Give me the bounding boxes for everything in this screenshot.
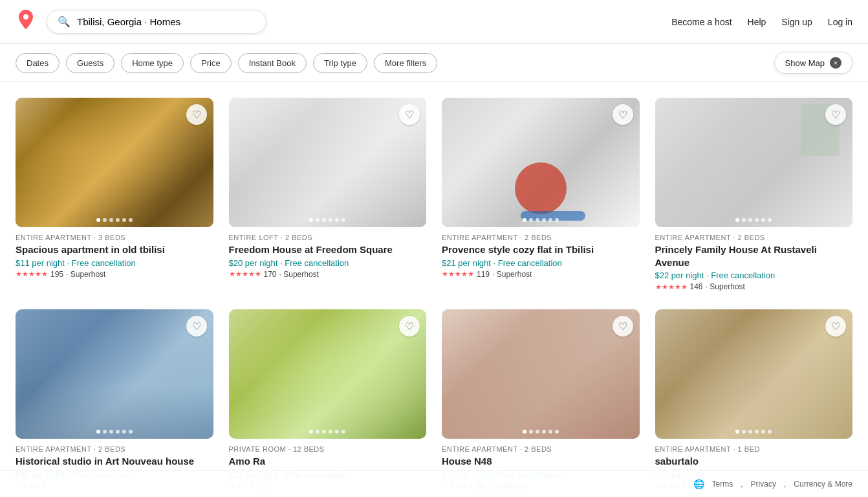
filter-trip-type[interactable]: Trip type	[313, 53, 367, 73]
listing-image: ♡	[442, 98, 640, 227]
close-map-icon[interactable]: ×	[830, 57, 841, 69]
listing-image: ♡	[229, 309, 427, 439]
show-map-button[interactable]: Show Map ×	[774, 52, 852, 74]
header-left: 🔍	[16, 9, 266, 34]
favorite-button[interactable]: ♡	[186, 104, 207, 125]
stars-icon: ★★★★★	[16, 270, 48, 278]
listing-image: ♡	[229, 98, 427, 227]
listing-card[interactable]: ♡ ENTIRE APARTMENT · 2 BEDS House N48 $1…	[442, 309, 640, 493]
show-map-label: Show Map	[785, 58, 825, 68]
filter-instant-book[interactable]: Instant Book	[238, 53, 307, 73]
footer-separator: ,	[784, 480, 786, 489]
listing-rating: ★★★★★ 119 · Superhost	[442, 270, 640, 279]
help-link[interactable]: Help	[748, 17, 766, 27]
privacy-link[interactable]: Privacy	[751, 480, 776, 489]
listing-info: ENTIRE APARTMENT · 2 BEDS Provence style…	[442, 227, 640, 282]
header-nav: Become a host Help Sign up Log in	[671, 17, 852, 27]
superhost-badge: · Superhost	[706, 282, 745, 291]
listing-card[interactable]: ♡ ENTIRE APARTMENT · 2 BEDS Provence sty…	[442, 98, 640, 294]
listing-type: PRIVATE ROOM · 12 BEDS	[229, 445, 427, 453]
listing-image: ♡	[655, 309, 853, 439]
stars-icon: ★★★★★	[229, 270, 261, 278]
footer-bar: 🌐 Terms , Privacy , Currency & More	[0, 470, 868, 497]
rating-count: 146	[690, 282, 703, 291]
listing-rating: ★★★★★ 146 · Superhost	[655, 282, 853, 291]
listing-title: Amo Ra	[229, 455, 427, 468]
favorite-button[interactable]: ♡	[399, 104, 420, 125]
listing-card[interactable]: ♡ ENTIRE APARTMENT · 3 BEDS Spacious apa…	[16, 98, 213, 294]
rating-count: 170	[264, 270, 277, 279]
superhost-badge: · Superhost	[492, 270, 532, 279]
image-dots	[735, 430, 772, 434]
listing-image: ♡	[16, 309, 213, 439]
search-icon: 🔍	[58, 16, 71, 28]
listing-title: Freedom House at Freedom Square	[229, 243, 427, 256]
listing-price: $20 per night · Free cancellation	[229, 258, 427, 268]
listing-card[interactable]: ♡ ENTIRE APARTMENT · 1 BED saburtalo $15…	[655, 309, 853, 493]
listing-card[interactable]: ♡ ENTIRE LOFT · 2 BEDS Freedom House at …	[229, 98, 427, 294]
image-dots	[96, 218, 133, 222]
filter-bar: Dates Guests Home type Price Instant Boo…	[0, 44, 868, 82]
listing-title: House N48	[442, 455, 640, 468]
footer-separator: ,	[741, 480, 743, 489]
signup-link[interactable]: Sign up	[781, 17, 812, 27]
image-dots	[309, 218, 345, 222]
filter-price[interactable]: Price	[190, 53, 232, 73]
listing-card[interactable]: ♡ ENTIRE APARTMENT · 2 BEDS Princely Fam…	[655, 98, 853, 294]
listing-type: ENTIRE APARTMENT · 2 BEDS	[442, 234, 640, 241]
filter-more[interactable]: More filters	[374, 53, 437, 73]
favorite-button[interactable]: ♡	[825, 104, 846, 125]
stars-icon: ★★★★★	[655, 283, 688, 291]
airbnb-logo[interactable]	[16, 9, 36, 34]
listing-info: ENTIRE LOFT · 2 BEDS Freedom House at Fr…	[229, 227, 427, 282]
listing-rating: ★★★★★ 195 · Superhost	[16, 270, 213, 279]
image-dots	[523, 430, 559, 434]
favorite-button[interactable]: ♡	[613, 316, 633, 337]
stars-icon: ★★★★★	[442, 270, 474, 278]
search-bar[interactable]: 🔍	[47, 10, 266, 34]
listing-type: ENTIRE APARTMENT · 3 BEDS	[16, 234, 213, 241]
favorite-button[interactable]: ♡	[825, 316, 846, 337]
favorite-button[interactable]: ♡	[186, 316, 207, 337]
favorite-button[interactable]: ♡	[399, 316, 420, 337]
superhost-badge: · Superhost	[66, 270, 105, 279]
listing-type: ENTIRE APARTMENT · 2 BEDS	[442, 445, 640, 453]
superhost-badge: · Superhost	[279, 270, 319, 279]
listing-price: $22 per night · Free cancellation	[655, 271, 853, 280]
globe-icon: 🌐	[693, 479, 704, 489]
filter-home-type[interactable]: Home type	[121, 53, 184, 73]
favorite-button[interactable]: ♡	[613, 104, 633, 125]
listings-grid: ♡ ENTIRE APARTMENT · 3 BEDS Spacious apa…	[0, 82, 868, 497]
image-dots	[523, 218, 559, 222]
image-dots	[309, 430, 345, 434]
listing-title: Historical studio in Art Nouveau house	[16, 455, 213, 468]
filter-guests[interactable]: Guests	[66, 53, 114, 73]
listing-title: Princely Family House At Rustaveli Avenu…	[655, 243, 853, 269]
listing-title: saburtalo	[655, 455, 853, 468]
listing-image: ♡	[442, 309, 640, 439]
listing-title: Spacious apartment in old tbilisi	[16, 243, 213, 256]
listing-image: ♡	[16, 98, 213, 227]
listing-type: ENTIRE APARTMENT · 1 BED	[655, 445, 853, 453]
image-dots	[735, 218, 772, 222]
listing-card[interactable]: ♡ ENTIRE APARTMENT · 2 BEDS Historical s…	[16, 309, 213, 493]
become-host-link[interactable]: Become a host	[671, 17, 732, 27]
listing-title: Provence style cozy flat in Tbilisi	[442, 243, 640, 256]
listing-card[interactable]: ♡ PRIVATE ROOM · 12 BEDS Amo Ra $22 per …	[229, 309, 427, 493]
listing-info: ENTIRE APARTMENT · 2 BEDS Princely Famil…	[655, 227, 853, 294]
filter-dates[interactable]: Dates	[16, 53, 60, 73]
listing-type: ENTIRE APARTMENT · 2 BEDS	[655, 234, 853, 241]
listing-rating: ★★★★★ 170 · Superhost	[229, 270, 427, 279]
image-dots	[96, 430, 133, 434]
listing-image: ♡	[655, 98, 853, 227]
listing-type: ENTIRE LOFT · 2 BEDS	[229, 234, 427, 241]
rating-count: 195	[50, 270, 63, 279]
terms-link[interactable]: Terms	[712, 480, 733, 489]
listing-type: ENTIRE APARTMENT · 2 BEDS	[16, 445, 213, 453]
search-input[interactable]	[77, 16, 255, 27]
login-link[interactable]: Log in	[828, 17, 852, 27]
listing-info: ENTIRE APARTMENT · 3 BEDS Spacious apart…	[16, 227, 213, 282]
header: 🔍 Become a host Help Sign up Log in	[0, 0, 868, 44]
listing-price: $21 per night · Free cancellation	[442, 258, 640, 268]
currency-link[interactable]: Currency & More	[794, 480, 852, 489]
